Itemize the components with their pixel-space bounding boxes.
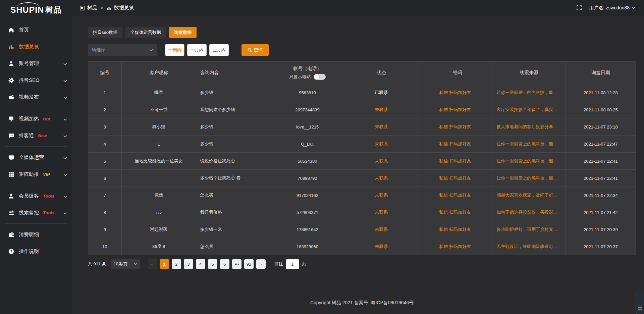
page-ellipsis-button[interactable]: ••• [232, 259, 241, 269]
fullscreen-icon[interactable] [577, 5, 582, 11]
username-label: 用户名: zswodun88 [589, 5, 630, 11]
user-icon [8, 60, 14, 66]
range-week-button[interactable]: 一周内 [165, 44, 184, 56]
page-button-6[interactable]: 6 [220, 259, 229, 269]
sidebar-item-lead-monitor[interactable]: 线索监控 Tools [0, 204, 72, 221]
breadcrumb: 树品 > 数据总览 [80, 5, 134, 11]
phone-only-toggle[interactable] [314, 74, 326, 80]
date-range-group: 一周内 一月内 三月内 [165, 44, 229, 56]
cell-date: 2021-11-07 22:34 [566, 187, 636, 204]
cell-qrcode-links[interactable]: 私信 扫码加好友 [418, 221, 492, 238]
video-icon [8, 94, 14, 100]
cell-qrcode-links[interactable]: 私信 扫码加好友 [418, 170, 492, 187]
table-row: 1 哦章 多少钱 9583810 已联系 私信 扫码加好友 让你一眼就爱上的黑科… [88, 84, 636, 101]
cell-status: 未联系 [345, 238, 418, 255]
sidebar-item-member-burst[interactable]: 会员爆客 Tools [0, 188, 72, 204]
floating-widget[interactable] [636, 292, 644, 314]
cell-id: 4 [88, 136, 122, 153]
cell-source-link[interactable]: 客厅安装投影半年多了，真实... [492, 101, 566, 118]
cell-account: 178651642 [270, 221, 345, 238]
cell-source-link[interactable]: 被大家追着问的客厅投影分享... [492, 118, 566, 136]
cell-nickname: 潮起潮落 [121, 221, 196, 238]
cell-date: 2021-11-07 20:39 [566, 221, 636, 238]
range-month-button[interactable]: 一月内 [187, 44, 207, 56]
cell-qrcode-links[interactable]: 私信 扫码加好友 [418, 238, 492, 255]
cell-source-link[interactable]: 无主灯设计，智能磁吸轨道灯... [492, 238, 566, 255]
range-quarter-button[interactable]: 三月内 [209, 44, 229, 56]
goto-page-input[interactable] [286, 259, 299, 269]
cell-source-link[interactable]: 如何正确选择投影仪，买投影... [492, 204, 566, 221]
cell-date: 2021-11-08 12:28 [566, 84, 636, 101]
sliders-icon [8, 210, 14, 216]
tab-omnimedia-data[interactable]: 全媒体运营数据 [125, 27, 166, 38]
chevron-down-icon [63, 77, 67, 83]
cell-nickname: 狐小狸 [121, 118, 196, 136]
cell-source-link[interactable]: 感谢大家喜欢我家，被问了好... [492, 187, 566, 204]
sidebar-item-consumption-detail[interactable]: 消费明细 [0, 226, 72, 243]
cell-qrcode-links[interactable]: 私信 扫码加好友 [418, 153, 492, 170]
table-header-row: 编号 客户昵称 咨询内容 帐号（电话） 只显示电话 [88, 62, 636, 84]
cell-qrcode-links[interactable]: 私信 扫码加好友 [418, 101, 492, 118]
cell-nickname: 哦章 [121, 84, 196, 101]
page-button-5[interactable]: 5 [208, 259, 217, 269]
table-row: 4 L 多少钱 Q_Liu. 未联系 私信 扫码加好友 让你一眼就爱上的黑科技，… [88, 136, 636, 153]
query-button[interactable]: 查询 [241, 44, 269, 56]
sidebar-item-douyin-seo[interactable]: 抖音SEO [0, 72, 72, 89]
sidebar-item-instructions[interactable]: ? 操作说明 [0, 243, 72, 260]
cell-date: 2021-11-07 22:41 [566, 153, 636, 170]
col-header-status: 状态 [345, 62, 418, 84]
page-button-3[interactable]: 3 [184, 259, 193, 269]
sidebar-item-data-overview[interactable]: 数据总览 [0, 38, 72, 55]
sidebar-item-home[interactable]: 首页 [0, 21, 72, 38]
prev-page-button[interactable]: ‹ [148, 259, 157, 269]
table-row: 10 36度 8 怎么买 183929060 未联系 私信 扫码加好友 无主灯设… [88, 238, 636, 255]
monitor-icon [8, 154, 14, 160]
member-icon [8, 193, 14, 199]
sidebar-item-account-management[interactable]: 账号管理 [0, 55, 72, 72]
cell-qrcode-links[interactable]: 私信 扫码加好友 [418, 204, 492, 221]
cell-source-link[interactable]: 让你一眼就爱上的黑科技，能... [492, 136, 566, 153]
cell-source-link[interactable]: 让你一眼就爱上的黑科技，能... [492, 84, 566, 101]
next-page-button[interactable]: › [256, 259, 266, 269]
cell-id: 3 [88, 118, 122, 136]
cell-account: 2097344839 [270, 101, 345, 118]
page-button-92[interactable]: 92 [244, 259, 254, 269]
home-icon [8, 27, 14, 33]
grid-icon [8, 171, 14, 177]
cell-id: 10 [88, 238, 122, 255]
cell-status: 未联系 [345, 136, 418, 153]
user-menu[interactable]: 用户名: zswodun88 [589, 5, 635, 11]
cell-account: love__1215 [270, 118, 345, 136]
page-button-4[interactable]: 4 [196, 259, 205, 269]
cell-source-link[interactable]: 让你一眼就爱上的黑科技，能... [492, 170, 566, 187]
menu-divider [5, 223, 67, 224]
cell-qrcode-links[interactable]: 私信 扫码加好友 [418, 187, 492, 204]
filter-select[interactable]: 请选择 [88, 44, 157, 56]
page-size-select[interactable]: 10条/页 [111, 259, 140, 269]
cell-qrcode-links[interactable]: 私信 扫码加好友 [418, 136, 492, 153]
bar-chart-icon [107, 6, 111, 10]
cell-qrcode-links[interactable]: 私信 扫码加好友 [418, 118, 492, 136]
col-header-content: 咨询内容 [196, 62, 270, 84]
sidebar-item-video-heat[interactable]: 视频加热 Hot [0, 110, 72, 127]
breadcrumb-root[interactable]: 树品 [87, 5, 97, 11]
cell-source-link[interactable]: 让你一眼就爱上的黑科技，能... [492, 153, 566, 170]
cell-content: 多少钱 [196, 136, 270, 153]
sidebar-item-video-publish[interactable]: 视频发布 [0, 89, 72, 105]
cell-date: 2021-11-07 21:42 [566, 204, 636, 221]
goto-page: 前往 页 [274, 259, 306, 269]
sidebar-item-omnimedia[interactable]: 全媒体运营 [0, 149, 72, 166]
sidebar-item-matrix-boost[interactable]: 矩阵助推 VIP [0, 166, 72, 182]
cell-source-link[interactable]: 多功能护栏灯，适用于乡村文... [492, 221, 566, 238]
tab-inquiry-data[interactable]: 询盘数据 [169, 27, 197, 38]
cell-nickname: zzz [121, 204, 196, 221]
page-button-1[interactable]: 1 [160, 259, 169, 269]
inquiry-table: 编号 客户昵称 咨询内容 帐号（电话） 只显示电话 [88, 61, 636, 255]
sidebar-item-douketong[interactable]: 抖客通 New [0, 127, 72, 144]
breadcrumb-separator: > [101, 5, 103, 10]
chevron-down-icon [63, 171, 67, 177]
cell-id: 5 [88, 153, 122, 170]
page-button-2[interactable]: 2 [172, 259, 181, 269]
cell-qrcode-links[interactable]: 私信 扫码加好友 [418, 84, 492, 101]
tab-douyin-seo-data[interactable]: 抖音seo数据 [88, 27, 122, 38]
